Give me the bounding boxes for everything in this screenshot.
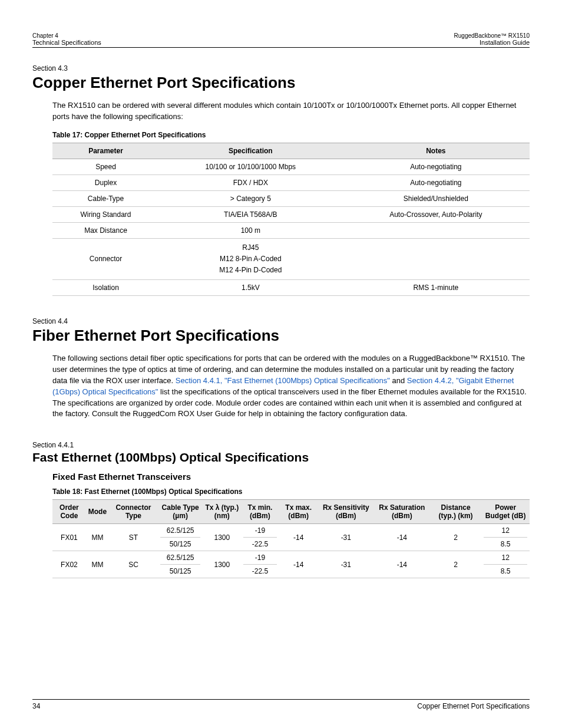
- th-cable-type: Cable Type (µm): [158, 500, 203, 524]
- cell-tx-lambda: 1300: [203, 524, 241, 551]
- header-product: RuggedBackbone™ RX1510: [454, 32, 530, 39]
- table-row: ConnectorRJ45M12 8-Pin A-CodedM12 4-Pin …: [52, 238, 530, 280]
- header-left-sub: Technical Specifications: [32, 39, 101, 46]
- subsection-title: Fast Ethernet (100Mbps) Optical Specific…: [32, 450, 530, 465]
- page: Chapter 4 Technical Specifications Rugge…: [0, 0, 562, 728]
- table-copper-specs: Parameter Specification Notes Speed10/10…: [52, 143, 530, 297]
- cell-notes: Auto-Crossover, Auto-Polarity: [342, 206, 530, 222]
- cell-rx-sensitivity: -31: [318, 524, 374, 551]
- table-row: Wiring StandardTIA/EIA T568A/BAuto-Cross…: [52, 206, 530, 222]
- cell-parameter: Isolation: [52, 280, 159, 296]
- cell-specification: 10/100 or 10/100/1000 Mbps: [159, 159, 342, 174]
- cell-parameter: Max Distance: [52, 222, 159, 238]
- cell-notes: [342, 238, 530, 280]
- cell-rx-saturation: -14: [374, 524, 430, 551]
- cell-mode: MM: [86, 524, 109, 551]
- table-row: FX02MMSC62.5/12550/1251300-19-22.5-14-31…: [52, 551, 530, 578]
- section-label: Section 4.3: [32, 64, 530, 73]
- cell-connector: SC: [109, 551, 158, 578]
- cell-distance: 2: [430, 551, 482, 578]
- table-row: Speed10/100 or 10/100/1000 MbpsAuto-nego…: [52, 159, 530, 174]
- th-mode: Mode: [86, 500, 109, 524]
- header-chapter: Chapter 4: [32, 32, 101, 39]
- page-footer: 34 Copper Ethernet Port Specifications: [32, 699, 530, 710]
- th-rx-saturation: Rx Saturation (dBm): [374, 500, 430, 524]
- cell-power-budget: 128.5: [481, 551, 530, 578]
- cell-order-code: FX02: [52, 551, 86, 578]
- cell-cable-type: 62.5/12550/125: [158, 524, 203, 551]
- header-right-sub: Installation Guide: [480, 39, 530, 46]
- fixed-transceivers-block: Fixed Fast Ethernet Transceivers Table 1…: [52, 472, 530, 578]
- th-tx-min: Tx min. (dBm): [241, 500, 279, 524]
- cell-parameter: Cable-Type: [52, 190, 159, 206]
- section-intro: The RX1510 can be ordered with several d…: [52, 100, 530, 123]
- cell-tx-min: -19-22.5: [241, 551, 279, 578]
- cell-specification: RJ45M12 8-Pin A-CodedM12 4-Pin D-Coded: [159, 238, 342, 280]
- cell-parameter: Speed: [52, 159, 159, 174]
- th-notes: Notes: [342, 143, 530, 159]
- cell-notes: Auto-negotiating: [342, 174, 530, 190]
- cell-mode: MM: [86, 551, 109, 578]
- cell-tx-min: -19-22.5: [241, 524, 279, 551]
- th-tx-max: Tx max. (dBm): [279, 500, 318, 524]
- section-4-3: Section 4.3 Copper Ethernet Port Specifi…: [32, 64, 530, 296]
- cell-tx-lambda: 1300: [203, 551, 241, 578]
- cell-specification: FDX / HDX: [159, 174, 342, 190]
- cell-order-code: FX01: [52, 524, 86, 551]
- page-header: Chapter 4 Technical Specifications Rugge…: [32, 32, 530, 48]
- cell-rx-saturation: -14: [374, 551, 430, 578]
- section-4-4-1: Section 4.4.1 Fast Ethernet (100Mbps) Op…: [32, 441, 530, 578]
- th-distance: Distance (typ.) (km): [430, 500, 482, 524]
- table-row: Cable-Type> Category 5Shielded/Unshielde…: [52, 190, 530, 206]
- cell-rx-sensitivity: -31: [318, 551, 374, 578]
- th-order-code: Order Code: [52, 500, 86, 524]
- cell-connector: ST: [109, 524, 158, 551]
- th-parameter: Parameter: [52, 143, 159, 159]
- cell-tx-max: -14: [279, 551, 318, 578]
- cell-specification: 100 m: [159, 222, 342, 238]
- table-row: Max Distance100 m: [52, 222, 530, 238]
- cell-power-budget: 128.5: [481, 524, 530, 551]
- intro-text: and: [390, 376, 407, 385]
- subsubsection-title: Fixed Fast Ethernet Transceivers: [52, 472, 530, 482]
- th-connector-type: Connector Type: [109, 500, 158, 524]
- cell-parameter: Wiring Standard: [52, 206, 159, 222]
- cell-notes: [342, 222, 530, 238]
- section-title: Copper Ethernet Port Specifications: [32, 74, 530, 92]
- section-intro: The following sections detail fiber opti…: [52, 353, 530, 420]
- cell-notes: RMS 1-minute: [342, 280, 530, 296]
- table-row: DuplexFDX / HDXAuto-negotiating: [52, 174, 530, 190]
- footer-right: Copper Ethernet Port Specifications: [417, 702, 530, 710]
- section-title: Fiber Ethernet Port Specifications: [32, 327, 530, 345]
- cell-parameter: Connector: [52, 238, 159, 280]
- cell-notes: Shielded/Unshielded: [342, 190, 530, 206]
- th-power-budget: Power Budget (dB): [481, 500, 530, 524]
- xref-link-441[interactable]: Section 4.4.1, "Fast Ethernet (100Mbps) …: [176, 376, 390, 385]
- cell-specification: 1.5kV: [159, 280, 342, 296]
- table-optical-specs: Order Code Mode Connector Type Cable Typ…: [52, 499, 530, 578]
- cell-tx-max: -14: [279, 524, 318, 551]
- page-number: 34: [32, 702, 40, 710]
- table-caption: Table 18: Fast Ethernet (100Mbps) Optica…: [52, 487, 530, 496]
- cell-parameter: Duplex: [52, 174, 159, 190]
- th-specification: Specification: [159, 143, 342, 159]
- section-label: Section 4.4: [32, 317, 530, 325]
- section-4-4: Section 4.4 Fiber Ethernet Port Specific…: [32, 317, 530, 420]
- th-tx-lambda: Tx λ (typ.) (nm): [203, 500, 241, 524]
- table-row: Isolation1.5kVRMS 1-minute: [52, 280, 530, 296]
- th-rx-sensitivity: Rx Sensitivity (dBm): [318, 500, 374, 524]
- table-caption: Table 17: Copper Ethernet Port Specifica…: [52, 131, 530, 139]
- section-label: Section 4.4.1: [32, 441, 530, 449]
- cell-notes: Auto-negotiating: [342, 159, 530, 174]
- cell-specification: > Category 5: [159, 190, 342, 206]
- table-row: FX01MMST62.5/12550/1251300-19-22.5-14-31…: [52, 524, 530, 551]
- cell-specification: TIA/EIA T568A/B: [159, 206, 342, 222]
- cell-distance: 2: [430, 524, 482, 551]
- cell-cable-type: 62.5/12550/125: [158, 551, 203, 578]
